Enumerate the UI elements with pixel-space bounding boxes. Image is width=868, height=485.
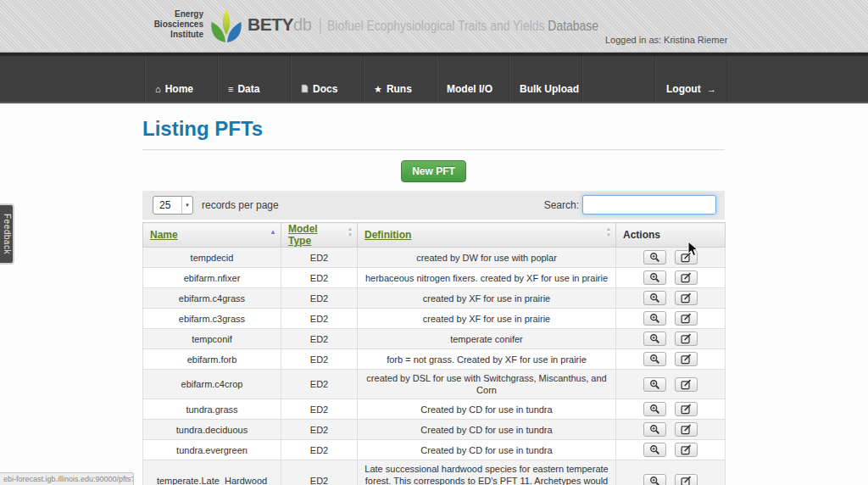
edit-button[interactable] — [675, 377, 698, 392]
edit-button[interactable] — [675, 332, 698, 346]
brand-bety: BETY — [248, 14, 293, 34]
edit-icon — [681, 444, 692, 455]
brand-separator: | — [311, 15, 327, 34]
edit-button[interactable] — [675, 291, 698, 305]
cell-name: tempconif — [143, 329, 281, 349]
table-row: temperate.Late_Hardwood ED2 Late success… — [143, 460, 726, 485]
cell-actions — [616, 460, 726, 485]
org-line: Energy — [125, 9, 203, 20]
nav-item-runs[interactable]: ★Runs — [363, 56, 436, 102]
view-button[interactable] — [643, 402, 666, 416]
edit-icon — [681, 476, 692, 485]
table-row: tempdecid ED2 created by DW for use with… — [143, 248, 726, 268]
column-header-name[interactable]: Name ▲ — [143, 223, 281, 248]
nav-item-home[interactable]: ⌂Home — [144, 56, 217, 102]
home-icon: ⌂ — [155, 84, 161, 94]
table-row: ebifarm.c4crop ED2 created by DSL for us… — [143, 370, 726, 399]
magnifier-icon — [649, 476, 660, 485]
records-per-page-select[interactable]: 25 ▼ — [153, 196, 193, 215]
cell-actions — [616, 349, 726, 370]
view-button[interactable] — [643, 443, 666, 457]
view-button[interactable] — [643, 332, 666, 346]
nav-item-docs[interactable]: Docs — [290, 56, 363, 102]
leaf-logo-icon[interactable] — [209, 7, 244, 49]
records-per-page-label: records per page — [202, 199, 279, 211]
new-pft-button[interactable]: New PFT — [401, 160, 466, 182]
table-row: ebifarm.nfixer ED2 herbaceous nitrogen f… — [143, 268, 726, 288]
edit-button[interactable] — [675, 474, 698, 485]
cell-definition: herbaceous nitrogen fixers. created by X… — [358, 268, 616, 288]
edit-button[interactable] — [675, 422, 698, 437]
view-button[interactable] — [643, 291, 666, 305]
cell-model-type: ED2 — [281, 268, 358, 288]
chevron-down-icon: ▼ — [181, 197, 192, 214]
cell-name: ebifarm.nfixer — [143, 268, 281, 288]
magnifier-icon — [649, 252, 660, 263]
column-header-label: Model Type — [288, 223, 318, 247]
table-row: tundra.grass ED2 Created by CD for use i… — [143, 399, 726, 420]
table-row: ebifarm.c3grass ED2 created by XF for us… — [143, 309, 726, 329]
nav-label: Home — [165, 83, 193, 95]
records-per-page-value: 25 — [153, 199, 181, 211]
view-button[interactable] — [643, 377, 666, 392]
list-icon: ≡ — [228, 84, 233, 94]
edit-icon — [681, 354, 692, 365]
cell-model-type: ED2 — [281, 288, 358, 309]
divider — [142, 149, 725, 150]
view-button[interactable] — [643, 270, 666, 285]
column-header-definition[interactable]: Definition ▲▼ — [358, 223, 616, 248]
page-title: Listing PFTs — [142, 117, 725, 141]
table-header-row: Name ▲ Model Type ▲▼ Definition ▲▼ Actio… — [143, 223, 726, 248]
brand: BETYdb|Biofuel Ecophysiological Traits a… — [248, 14, 659, 35]
cell-model-type: ED2 — [281, 309, 358, 329]
magnifier-icon — [649, 404, 660, 415]
magnifier-icon — [649, 379, 660, 390]
search-input[interactable] — [582, 195, 716, 215]
table-body: tempdecid ED2 created by DW for use with… — [143, 248, 726, 485]
view-button[interactable] — [643, 474, 666, 485]
column-header-label: Name — [150, 229, 178, 241]
cell-name: ebifarm.c4grass — [143, 288, 281, 309]
browser-status-bar: ebi-forecast.igb.illinois.edu:90000/pfts… — [0, 472, 134, 485]
nav-item-model-io[interactable]: Model I/O — [436, 56, 509, 102]
edit-button[interactable] — [675, 352, 698, 366]
cell-name: ebifarm.c3grass — [143, 309, 281, 329]
column-header-label: Actions — [623, 229, 660, 241]
cell-definition: Created by CD for use in tundra — [358, 399, 616, 420]
view-button[interactable] — [643, 311, 666, 326]
view-button[interactable] — [643, 250, 666, 265]
cell-name: tundra.deciduous — [143, 420, 281, 440]
table-row: tundra.evergreen ED2 Created by CD for u… — [143, 440, 726, 460]
main-nav: ⌂Home ≡Data Docs ★Runs Model I/O Bulk Up… — [0, 53, 868, 103]
view-button[interactable] — [643, 422, 666, 437]
cell-actions — [616, 248, 726, 268]
nav-label: Model I/O — [447, 83, 492, 95]
cell-name: ebifarm.forb — [143, 349, 281, 370]
main-content: Listing PFTs New PFT 25 ▼ records per pa… — [142, 103, 725, 485]
org-line: Biosciences — [125, 20, 203, 30]
nav-label: Docs — [313, 83, 337, 95]
view-button[interactable] — [643, 352, 666, 366]
magnifier-icon — [649, 354, 660, 365]
cell-model-type: ED2 — [281, 440, 358, 460]
nav-cell-empty — [581, 56, 654, 102]
org-name: Energy Biosciences Institute — [125, 9, 203, 40]
nav-item-data[interactable]: ≡Data — [217, 56, 290, 102]
magnifier-icon — [649, 313, 660, 324]
edit-button[interactable] — [675, 270, 698, 285]
edit-button[interactable] — [675, 443, 698, 457]
cell-definition: created by DSL for use with Switchgrass,… — [358, 370, 616, 399]
cell-definition: Late successional hardwood species for e… — [358, 460, 616, 485]
edit-button[interactable] — [675, 402, 698, 416]
edit-icon — [681, 379, 692, 390]
column-header-model-type[interactable]: Model Type ▲▼ — [281, 223, 358, 248]
nav-item-logout[interactable]: Logout → — [654, 56, 727, 102]
cell-definition: created by XF for use in prairie — [358, 288, 616, 309]
cell-definition: created by DW for use with poplar — [358, 248, 616, 268]
nav-item-bulk-upload[interactable]: Bulk Upload — [509, 56, 581, 102]
magnifier-icon — [649, 444, 660, 455]
edit-button[interactable] — [675, 311, 698, 326]
edit-button[interactable] — [675, 250, 698, 265]
edit-icon — [681, 252, 692, 263]
feedback-tab[interactable]: Feedback — [0, 203, 14, 265]
